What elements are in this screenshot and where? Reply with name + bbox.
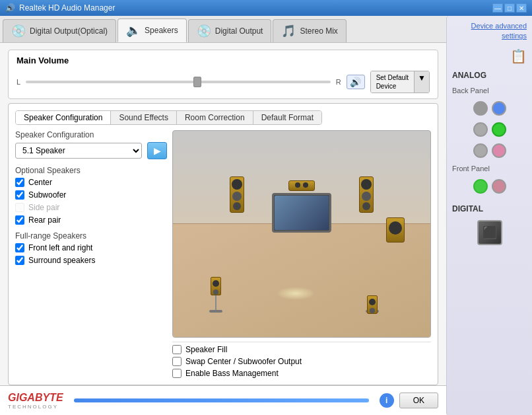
volume-thumb[interactable] [193, 77, 201, 87]
main-tab-bar: 💿 Digital Output(Optical) 🔈 Speakers 💿 D… [0, 16, 446, 43]
checkbox-surround-speakers[interactable]: Surround speakers [15, 256, 167, 265]
back-panel-row1 [452, 101, 527, 116]
back-panel-row2 [452, 122, 527, 137]
checkbox-swap-center[interactable]: Swap Center / Subwoofer Output [172, 357, 431, 366]
checkbox-swap-center-input[interactable] [172, 357, 182, 366]
close-button[interactable]: ✕ [516, 3, 527, 13]
connector-back-1[interactable] [473, 101, 488, 116]
full-range-group: Front left and right Surround speakers [15, 243, 167, 265]
tv-display [272, 193, 331, 233]
sub-tab-default-format[interactable]: Default Format [253, 111, 321, 124]
speaker-front-right [359, 176, 374, 213]
digital-title: DIGITAL [452, 204, 527, 213]
device-advanced-settings[interactable]: Device advanced settings [452, 21, 527, 42]
checkbox-side-pair[interactable]: Side pair [15, 203, 167, 212]
ok-button[interactable]: OK [399, 393, 438, 408]
connector-back-3[interactable] [473, 122, 488, 137]
right-panel: Device advanced settings 📋 ANALOG Back P… [446, 16, 532, 415]
speaker-config-row: 5.1 Speaker Stereo Quadraphonic 7.1 Spea… [15, 142, 167, 159]
front-panel-title: Front Panel [452, 165, 527, 172]
checkbox-front-lr-input[interactable] [15, 243, 24, 252]
connector-back-2[interactable] [492, 101, 506, 116]
maximize-button[interactable]: □ [504, 3, 515, 13]
notebook-icon: 📋 [452, 48, 527, 64]
app-icon: 🔊 [5, 3, 15, 13]
sub-tab-sound-effects[interactable]: Sound Effects [111, 111, 177, 124]
checkbox-speaker-fill[interactable]: Speaker Fill [172, 345, 431, 354]
brand-logo-group: GIGABYTE TECHNOLOGY [8, 392, 63, 410]
checkbox-speaker-fill-input[interactable] [172, 345, 182, 354]
tab-digital-output-label: Digital Output [215, 26, 263, 36]
full-range-title: Full-range Speakers [15, 231, 167, 241]
floor-light [276, 287, 316, 300]
set-default-button[interactable]: Set DefaultDevice ▼ [370, 71, 430, 93]
tab-digital-optical-label: Digital Output(Optical) [30, 26, 108, 36]
back-panel-row3 [452, 143, 527, 158]
speaker-surround-right-group [366, 295, 379, 313]
optional-speakers-title: Optional Speakers [15, 166, 167, 175]
analog-title: ANALOG [452, 71, 527, 80]
tab-speakers[interactable]: 🔈 Speakers [117, 19, 187, 42]
speaker-subwoofer [386, 217, 405, 243]
optional-speakers-group: Center Subwoofer Side pair [15, 178, 167, 225]
checkbox-rear-pair[interactable]: Rear pair [15, 215, 167, 225]
checkbox-bass-mgmt-label: Enable Bass Management [185, 369, 279, 378]
full-range-section: Full-range Speakers Front left and right… [15, 231, 167, 265]
speaker-center [288, 180, 315, 191]
tab-stereo-mix-icon: 🎵 [281, 24, 296, 38]
speaker-front-left [230, 176, 244, 213]
checkbox-rear-pair-input[interactable] [15, 215, 24, 225]
speaker-config-section: Speaker Configuration 5.1 Speaker Stereo… [15, 130, 167, 159]
speaker-surround-left [211, 277, 221, 295]
connector-back-6[interactable] [492, 143, 506, 158]
main-container: 💿 Digital Output(Optical) 🔈 Speakers 💿 D… [0, 16, 532, 415]
checkbox-bass-management[interactable]: Enable Bass Management [172, 369, 431, 378]
tab-digital-output-icon: 💿 [197, 24, 211, 38]
connector-back-5[interactable] [473, 143, 488, 158]
brand-logo: GIGABYTE [8, 392, 63, 404]
checkbox-center-input[interactable] [15, 178, 24, 187]
play-button[interactable]: ▶ [147, 142, 167, 159]
volume-section: Main Volume L R 🔊 Set DefaultDevice ▼ [8, 50, 438, 99]
checkbox-front-left-right[interactable]: Front left and right [15, 243, 167, 252]
connector-back-4[interactable] [492, 122, 506, 137]
brand-sub: TECHNOLOGY [8, 404, 63, 410]
checkbox-center[interactable]: Center [15, 178, 167, 187]
back-panel-title: Back Panel [452, 87, 527, 94]
volume-icon[interactable]: 🔊 [347, 75, 365, 89]
tab-stereo-mix-label: Stereo Mix [300, 26, 337, 36]
left-controls: Speaker Configuration 5.1 Speaker Stereo… [15, 130, 167, 378]
connector-front-2[interactable] [492, 179, 506, 194]
titlebar-controls: — □ ✕ [492, 3, 527, 13]
volume-slider[interactable] [26, 81, 331, 83]
volume-label-right: R [336, 78, 341, 86]
checkbox-bass-mgmt-input[interactable] [172, 369, 182, 378]
checkbox-surround-label: Surround speakers [28, 256, 95, 265]
set-default-arrow[interactable]: ▼ [415, 71, 429, 93]
titlebar-left: 🔊 Realtek HD Audio Manager [5, 3, 115, 13]
sub-tab-speaker-config[interactable]: Speaker Configuration [16, 111, 111, 124]
tab-digital-optical[interactable]: 💿 Digital Output(Optical) [3, 19, 116, 42]
speaker-dropdown[interactable]: 5.1 Speaker Stereo Quadraphonic 7.1 Spea… [15, 143, 142, 159]
set-default-label: Set DefaultDevice [371, 71, 415, 93]
checkbox-subwoofer[interactable]: Subwoofer [15, 190, 167, 200]
tab-speakers-icon: 🔈 [126, 23, 141, 38]
sub-tab-room-correction[interactable]: Room Correction [177, 111, 253, 124]
tv-screen [275, 196, 329, 230]
tab-stereo-mix[interactable]: 🎵 Stereo Mix [273, 19, 346, 42]
digital-icon[interactable]: ⬛ [477, 220, 502, 245]
main-panel: Speaker Configuration Sound Effects Room… [8, 103, 438, 385]
tab-digital-output[interactable]: 💿 Digital Output [188, 19, 272, 42]
minimize-button[interactable]: — [492, 3, 503, 13]
checkbox-subwoofer-input[interactable] [15, 190, 24, 200]
progress-bar [74, 398, 369, 402]
speaker-config-label: Speaker Configuration [15, 130, 167, 139]
info-button[interactable]: i [380, 393, 394, 408]
tab-digital-optical-icon: 💿 [11, 24, 26, 38]
speaker-surround-left-group [209, 277, 222, 313]
checkbox-rear-pair-label: Rear pair [28, 215, 61, 225]
checkbox-subwoofer-label: Subwoofer [28, 190, 66, 200]
checkbox-surround-input[interactable] [15, 256, 24, 265]
connector-front-1[interactable] [473, 179, 488, 194]
bottom-bar: GIGABYTE TECHNOLOGY i OK [0, 385, 446, 415]
